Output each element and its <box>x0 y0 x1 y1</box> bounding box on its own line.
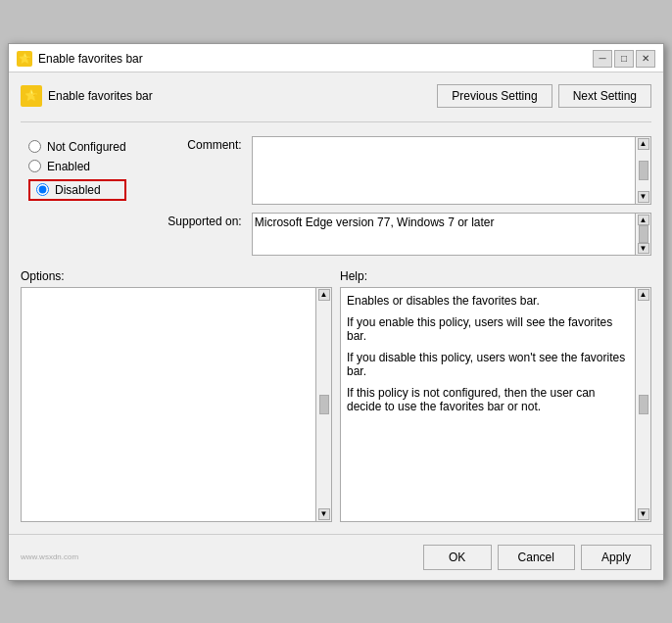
cancel-button[interactable]: Cancel <box>498 545 575 570</box>
help-box-container: Enables or disables the favorites bar. I… <box>340 287 651 522</box>
supported-scroll-thumb[interactable] <box>639 225 648 243</box>
header-icon: ⭐ <box>21 85 42 107</box>
enabled-radio[interactable] <box>28 160 41 172</box>
options-content <box>22 288 315 521</box>
supported-on-row: Supported on: Microsoft Edge version 77,… <box>144 213 651 256</box>
header-row: ⭐ Enable favorites bar Previous Setting … <box>21 84 651 108</box>
options-panel: Options: ▲ ▼ <box>21 269 332 522</box>
watermark: www.wsxdn.com <box>21 552 78 561</box>
content-area: ⭐ Enable favorites bar Previous Setting … <box>9 72 663 534</box>
ok-button[interactable]: OK <box>423 545 492 570</box>
help-scroll-up[interactable]: ▲ <box>638 289 649 301</box>
options-scroll-down[interactable]: ▼ <box>318 508 330 520</box>
title-controls: ─ □ ✕ <box>593 50 655 68</box>
header-title: Enable favorites bar <box>48 89 153 103</box>
header-left: ⭐ Enable favorites bar <box>21 85 153 107</box>
help-label: Help: <box>340 269 651 283</box>
apply-button[interactable]: Apply <box>581 545 651 570</box>
footer: www.wsxdn.com OK Cancel Apply <box>9 534 663 580</box>
supported-scroll-down[interactable]: ▼ <box>638 243 649 254</box>
comment-section: Comment: ▲ ▼ Supported on: <box>144 136 651 256</box>
radio-and-comment-section: Not Configured Enabled Disabled Comment: <box>21 136 651 256</box>
help-para-2: If you enable this policy, users will se… <box>347 315 629 343</box>
supported-on-label: Supported on: <box>144 213 242 256</box>
scroll-up-arrow[interactable]: ▲ <box>638 138 649 150</box>
supported-scroll-up[interactable]: ▲ <box>638 215 649 225</box>
close-button[interactable]: ✕ <box>636 50 655 68</box>
window-title: Enable favorites bar <box>38 52 143 66</box>
help-para-3: If you disable this policy, users won't … <box>347 351 629 378</box>
radio-not-configured: Not Configured <box>28 140 126 154</box>
comment-scrollbar[interactable]: ▲ ▼ <box>635 137 650 204</box>
main-window: ⭐ Enable favorites bar ─ □ ✕ ⭐ Enable fa… <box>8 43 664 581</box>
title-bar: ⭐ Enable favorites bar ─ □ ✕ <box>9 44 663 72</box>
radio-enabled: Enabled <box>28 160 126 173</box>
header-buttons: Previous Setting Next Setting <box>437 84 651 108</box>
disabled-radio-wrapper: Disabled <box>28 179 126 201</box>
comment-input-area <box>253 137 635 204</box>
options-scroll-thumb[interactable] <box>319 395 329 414</box>
help-para-4: If this policy is not configured, then t… <box>347 386 629 413</box>
help-scroll-thumb[interactable] <box>639 395 648 414</box>
not-configured-label[interactable]: Not Configured <box>47 140 126 154</box>
help-panel: Help: Enables or disables the favorites … <box>340 269 651 522</box>
supported-on-text: Microsoft Edge version 77, Windows 7 or … <box>255 216 495 229</box>
previous-setting-button[interactable]: Previous Setting <box>437 84 552 108</box>
title-icon: ⭐ <box>17 51 32 67</box>
supported-on-container: Microsoft Edge version 77, Windows 7 or … <box>252 213 651 256</box>
minimize-button[interactable]: ─ <box>593 50 612 68</box>
divider-1 <box>21 121 651 122</box>
help-content: Enables or disables the favorites bar. I… <box>341 288 635 521</box>
bottom-panels: Options: ▲ ▼ Help: Enables or disables t… <box>21 269 651 522</box>
disabled-label[interactable]: Disabled <box>55 183 101 197</box>
next-setting-button[interactable]: Next Setting <box>558 84 651 108</box>
disabled-radio[interactable] <box>36 183 49 196</box>
maximize-button[interactable]: □ <box>614 50 634 68</box>
help-scroll-down[interactable]: ▼ <box>638 508 649 520</box>
options-scroll-up[interactable]: ▲ <box>318 289 330 301</box>
scroll-thumb[interactable] <box>639 161 648 180</box>
options-label: Options: <box>21 269 332 283</box>
options-box: ▲ ▼ <box>21 287 332 522</box>
title-bar-left: ⭐ Enable favorites bar <box>17 51 143 67</box>
comment-field-container: ▲ ▼ <box>252 136 651 205</box>
comment-label: Comment: <box>144 136 242 205</box>
enabled-label[interactable]: Enabled <box>47 160 90 173</box>
options-scrollbar[interactable]: ▲ ▼ <box>315 288 331 521</box>
not-configured-radio[interactable] <box>28 140 41 153</box>
supported-scrollbar[interactable]: ▲ ▼ <box>635 214 650 255</box>
help-scrollbar[interactable]: ▲ ▼ <box>635 288 650 521</box>
help-text: Enables or disables the favorites bar. I… <box>347 294 629 413</box>
comment-form-row: Comment: ▲ ▼ <box>144 136 651 205</box>
radio-section: Not Configured Enabled Disabled <box>21 136 134 256</box>
supported-on-text-area: Microsoft Edge version 77, Windows 7 or … <box>253 214 635 255</box>
help-para-1: Enables or disables the favorites bar. <box>347 294 629 308</box>
scroll-down-arrow[interactable]: ▼ <box>638 191 649 203</box>
